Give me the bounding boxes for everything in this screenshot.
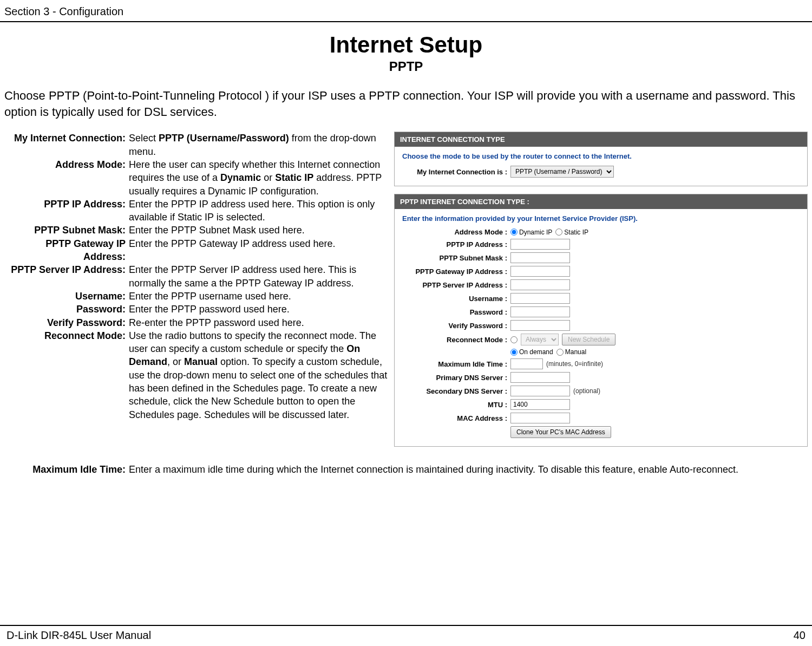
username-label: Username :: [402, 295, 510, 303]
def-value: Re-enter the PPTP password used here.: [129, 316, 389, 329]
def-value: Enter the PPTP password used here.: [129, 303, 389, 316]
password-label: Password :: [402, 308, 510, 316]
username-input[interactable]: [510, 293, 570, 304]
mtu-label: MTU :: [402, 401, 510, 409]
def-address-mode: Address Mode: Here the user can specify …: [4, 158, 389, 198]
pptp-subnet-label: PPTP Subnet Mask :: [402, 254, 510, 262]
def-label: PPTP IP Address:: [4, 198, 129, 224]
secondary-dns-label: Secondary DNS Server :: [402, 387, 510, 395]
pptp-ip-label: PPTP IP Address :: [402, 240, 510, 249]
def-value: Select PPTP (Username/Password) from the…: [129, 132, 389, 158]
pptp-gateway-input[interactable]: [510, 266, 570, 277]
def-label: Maximum Idle Time:: [4, 463, 129, 476]
new-schedule-button[interactable]: New Schedule: [562, 334, 615, 345]
def-label: My Internet Connection:: [4, 132, 129, 158]
def-label: Reconnect Mode:: [4, 329, 129, 421]
def-pptp-subnet: PPTP Subnet Mask: Enter the PPTP Subnet …: [4, 224, 389, 237]
def-max-idle: Maximum Idle Time: Enter a maximum idle …: [0, 447, 812, 476]
max-idle-label: Maximum Idle Time :: [402, 360, 510, 368]
page-title: Internet Setup: [0, 32, 812, 58]
panel-desc: Choose the mode to be used by the router…: [402, 152, 800, 160]
def-value: Enter the PPTP Gateway IP address used h…: [129, 237, 389, 264]
def-label: PPTP Gateway IP Address:: [4, 237, 129, 264]
mac-input[interactable]: [510, 413, 570, 423]
my-internet-connection-select[interactable]: PPTP (Username / Password): [510, 166, 614, 178]
address-mode-label: Address Mode :: [402, 228, 510, 236]
panel-desc: Enter the information provided by your I…: [402, 214, 800, 223]
definitions-column: My Internet Connection: Select PPTP (Use…: [4, 132, 389, 447]
password-input[interactable]: [510, 306, 570, 317]
def-value: Here the user can specify whether this I…: [129, 158, 389, 198]
def-value: Enter the PPTP Server IP address used he…: [129, 263, 389, 290]
def-label: Username:: [4, 290, 129, 303]
def-username: Username: Enter the PPTP username used h…: [4, 290, 389, 303]
on-demand-radio[interactable]: On demand: [510, 348, 553, 356]
clone-mac-button[interactable]: Clone Your PC's MAC Address: [510, 426, 611, 438]
def-reconnect-mode: Reconnect Mode: Use the radio buttons to…: [4, 329, 389, 421]
def-my-internet-connection: My Internet Connection: Select PPTP (Use…: [4, 132, 389, 158]
pptp-gateway-label: PPTP Gateway IP Address :: [402, 267, 510, 276]
panel-pptp-connection-type: PPTP INTERNET CONNECTION TYPE : Enter th…: [394, 194, 808, 447]
schedule-radio[interactable]: [510, 336, 518, 343]
def-value: Use the radio buttons to specify the rec…: [129, 329, 389, 421]
def-value: Enter the PPTP Subnet Mask used here.: [129, 224, 389, 237]
intro-text: Choose PPTP (Point-to-Point-Tunneling Pr…: [0, 88, 812, 120]
footer-page-number: 40: [794, 629, 806, 642]
secondary-dns-suffix: (optional): [573, 387, 600, 395]
pptp-ip-input[interactable]: [510, 239, 570, 250]
def-value: Enter a maximum idle time during which t…: [129, 463, 808, 476]
static-ip-radio[interactable]: Static IP: [555, 229, 588, 236]
verify-password-label: Verify Password :: [402, 322, 510, 330]
section-header: Section 3 - Configuration: [0, 5, 812, 22]
schedule-select[interactable]: Always o: [521, 334, 559, 345]
def-label: PPTP Server IP Address:: [4, 263, 129, 290]
page-footer: D-Link DIR-845L User Manual 40: [0, 625, 812, 642]
primary-dns-label: Primary DNS Server :: [402, 374, 510, 382]
footer-manual: D-Link DIR-845L User Manual: [6, 629, 151, 642]
def-pptp-ip: PPTP IP Address: Enter the PPTP IP addre…: [4, 198, 389, 224]
def-label: PPTP Subnet Mask:: [4, 224, 129, 237]
page-subtitle: PPTP: [0, 59, 812, 74]
mtu-input[interactable]: [510, 399, 570, 410]
dynamic-ip-radio[interactable]: Dynamic IP: [510, 229, 552, 236]
my-internet-connection-label: My Internet Connection is :: [402, 168, 510, 176]
def-value: Enter the PPTP IP address used here. Thi…: [129, 198, 389, 224]
def-label: Address Mode:: [4, 158, 129, 198]
def-password: Password: Enter the PPTP password used h…: [4, 303, 389, 316]
def-pptp-server: PPTP Server IP Address: Enter the PPTP S…: [4, 263, 389, 290]
max-idle-suffix: (minutes, 0=infinite): [546, 360, 603, 368]
max-idle-input[interactable]: [510, 358, 543, 369]
panel-head: INTERNET CONNECTION TYPE: [395, 132, 807, 147]
panel-internet-connection-type: INTERNET CONNECTION TYPE Choose the mode…: [394, 132, 808, 186]
mac-label: MAC Address :: [402, 414, 510, 422]
pptp-subnet-input[interactable]: [510, 252, 570, 263]
pptp-server-label: PPTP Server IP Address :: [402, 281, 510, 289]
verify-password-input[interactable]: [510, 320, 570, 331]
def-label: Verify Password:: [4, 316, 129, 329]
primary-dns-input[interactable]: [510, 372, 570, 383]
reconnect-mode-label: Reconnect Mode :: [402, 336, 510, 344]
secondary-dns-input[interactable]: [510, 386, 570, 396]
def-value: Enter the PPTP username used here.: [129, 290, 389, 303]
def-label: Password:: [4, 303, 129, 316]
def-pptp-gateway: PPTP Gateway IP Address: Enter the PPTP …: [4, 237, 389, 264]
manual-radio[interactable]: Manual: [556, 348, 586, 356]
def-verify-password: Verify Password: Re-enter the PPTP passw…: [4, 316, 389, 329]
panel-head: PPTP INTERNET CONNECTION TYPE :: [395, 194, 807, 209]
pptp-server-input[interactable]: [510, 279, 570, 290]
